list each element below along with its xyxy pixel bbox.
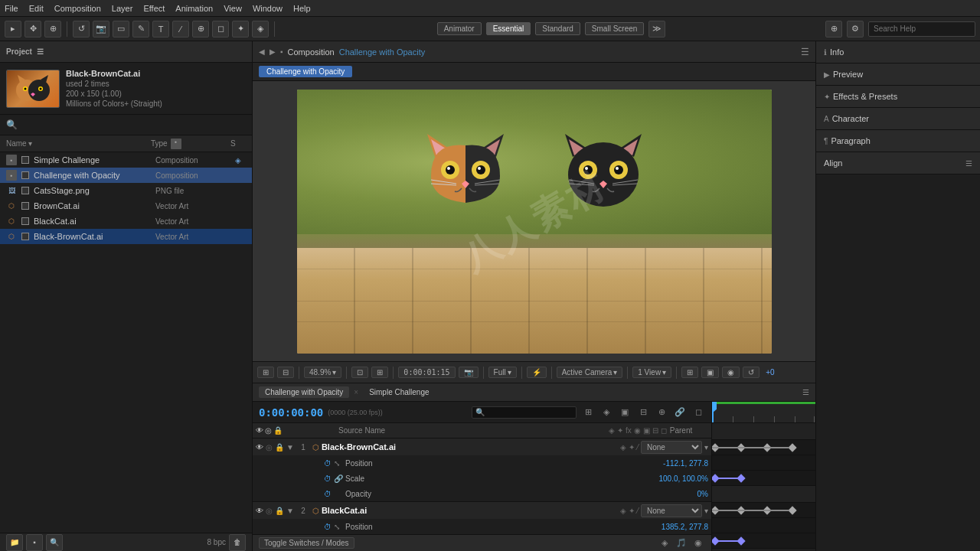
tl-l2-pos-value[interactable]: 1385.2, 277.8 xyxy=(662,523,708,531)
tl-col-icon-5[interactable]: ▣ xyxy=(643,426,650,435)
tl-vis-lock[interactable]: 🔒 xyxy=(273,426,283,435)
vc-safe-btn[interactable]: ⊞ xyxy=(371,367,388,378)
menu-help[interactable]: Help xyxy=(293,4,311,13)
vc-region-btn[interactable]: ⊞ xyxy=(257,367,274,378)
rp-tab-info[interactable]: ℹ Info xyxy=(816,41,980,63)
project-search-input[interactable] xyxy=(21,118,246,132)
tl-col-icon-3[interactable]: fx xyxy=(626,426,632,435)
tl-l1-opacity-stopwatch[interactable]: ⏱ xyxy=(324,490,332,498)
selection-tool[interactable]: ▸ xyxy=(5,21,21,37)
rp-tab-align[interactable]: Align ☰ xyxy=(816,152,980,174)
project-menu-icon[interactable]: ☰ xyxy=(37,47,44,56)
project-item-blackcat[interactable]: ⬡ BlackCat.ai Vector Art xyxy=(0,214,252,229)
tl-icon-4[interactable]: ⊟ xyxy=(636,406,650,419)
menu-effect[interactable]: Effect xyxy=(143,4,165,13)
tl-bottom-icon-3[interactable]: ◉ xyxy=(691,536,705,550)
tl-l1-lock[interactable]: 🔒 xyxy=(275,443,284,452)
project-item-blackbrown[interactable]: ⬡ Black-BrownCat.ai Vector Art xyxy=(0,229,252,244)
hand-tool[interactable]: ✥ xyxy=(24,21,41,37)
viewer-tab-active[interactable]: Challenge with Opacity xyxy=(259,66,352,77)
camera-tool[interactable]: 📷 xyxy=(93,21,109,37)
workspace-essential[interactable]: Essential xyxy=(486,22,531,35)
clone-tool[interactable]: ⊕ xyxy=(192,21,209,37)
vc-color-btn[interactable]: ◉ xyxy=(722,367,740,378)
rp-tab-preview[interactable]: ▶ Preview xyxy=(816,64,980,85)
nav-back-icon[interactable]: ◀ xyxy=(259,47,265,56)
tl-tab-simple-challenge[interactable]: Simple Challenge xyxy=(363,386,435,398)
project-item-catsstage[interactable]: 🖼 CatsStage.png PNG file xyxy=(0,183,252,198)
menu-edit[interactable]: Edit xyxy=(29,4,44,13)
tl-l2-icon-1[interactable]: ◈ xyxy=(620,507,626,515)
rp-tab-effects[interactable]: ✦ Effects & Presets xyxy=(816,86,980,107)
tl-layer-header-1[interactable]: 👁 ◎ 🔒 ▼ 1 ⬡ Black-BrownCat.ai ◈ xyxy=(253,439,711,455)
tl-l1-icon-2[interactable]: ✦ xyxy=(629,443,635,452)
tl-col-icon-6[interactable]: ⊟ xyxy=(652,426,658,435)
tl-l1-scale-link[interactable]: 🔗 xyxy=(334,474,343,483)
tl-icon-2[interactable]: ◈ xyxy=(599,406,613,419)
menu-layer[interactable]: Layer xyxy=(112,4,133,13)
tl-l1-parent[interactable]: None xyxy=(641,441,702,454)
workspace-standard[interactable]: Standard xyxy=(535,22,580,35)
menu-window[interactable]: Window xyxy=(253,4,283,13)
menu-file[interactable]: File xyxy=(5,4,18,13)
new-folder-btn[interactable]: 📁 xyxy=(6,534,23,551)
tl-tab-challenge-opacity[interactable]: Challenge with Opacity xyxy=(259,386,349,398)
tl-col-icon-7[interactable]: ◻ xyxy=(661,426,667,435)
vc-reset-btn[interactable]: ↺ xyxy=(743,367,760,378)
align-menu-icon[interactable]: ☰ xyxy=(965,159,972,168)
tl-l1-scale-value[interactable]: 100.0, 100.0% xyxy=(659,474,709,483)
rotate-tool[interactable]: ↺ xyxy=(73,21,90,37)
vc-fast-btn[interactable]: ⚡ xyxy=(527,367,547,378)
eraser-tool[interactable]: ◻ xyxy=(212,21,229,37)
pen-tool[interactable]: ✎ xyxy=(132,21,149,37)
tl-icon-7[interactable]: ◻ xyxy=(691,406,705,419)
vc-render-btn[interactable]: ⊞ xyxy=(681,367,698,378)
vc-fit-btn[interactable]: ⊡ xyxy=(351,367,368,378)
nav-forward-icon[interactable]: ▶ xyxy=(270,47,276,56)
vc-quality-dropdown[interactable]: Full ▾ xyxy=(488,367,517,378)
tl-l1-pos-value[interactable]: -112.1, 277.8 xyxy=(663,459,708,468)
tl-bottom-icon-2[interactable]: 🎵 xyxy=(675,536,688,550)
project-item-browncat[interactable]: ⬡ BrownCat.ai Vector Art xyxy=(0,198,252,214)
rp-tab-character[interactable]: A Character xyxy=(816,108,980,129)
tl-switches-modes-btn[interactable]: Toggle Switches / Modes xyxy=(259,537,354,549)
vc-time-btn[interactable]: 0:00:01:15 xyxy=(398,367,455,378)
tl-l2-pos-move[interactable]: ⤡ xyxy=(334,523,343,531)
tl-l1-icon-3[interactable]: ⁄ xyxy=(637,443,639,452)
tl-bottom-icon-1[interactable]: ◈ xyxy=(658,536,671,550)
tl-l1-solo[interactable]: ◎ xyxy=(266,443,273,452)
tl-l2-eye[interactable]: 👁 xyxy=(256,507,263,515)
text-tool[interactable]: T xyxy=(152,21,169,37)
workspace-small-screen[interactable]: Small Screen xyxy=(585,22,644,35)
search-help-input[interactable] xyxy=(868,21,975,37)
tl-icon-1[interactable]: ⊞ xyxy=(581,406,595,419)
workspace-animator[interactable]: Animator xyxy=(437,22,482,35)
vc-grid-btn[interactable]: ⊟ xyxy=(277,367,294,378)
vc-views-dropdown[interactable]: 1 View ▾ xyxy=(632,367,671,378)
shape-tool[interactable]: ◈ xyxy=(252,21,269,37)
tl-l1-pos-stopwatch[interactable]: ⏱ xyxy=(324,459,332,468)
tl-playhead[interactable] xyxy=(712,402,714,422)
tl-l2-lock[interactable]: 🔒 xyxy=(275,507,284,515)
tl-l1-expand[interactable]: ▼ xyxy=(286,443,294,452)
puppet-tool[interactable]: ✦ xyxy=(232,21,249,37)
tl-l1-eye[interactable]: 👁 xyxy=(256,443,263,452)
rp-tab-paragraph[interactable]: ¶ Paragraph xyxy=(816,130,980,152)
vc-export-btn[interactable]: ▣ xyxy=(701,367,719,378)
workspace-more[interactable]: ≫ xyxy=(648,21,665,37)
tl-vis-solo[interactable]: ◎ xyxy=(265,426,272,435)
tl-l2-parent[interactable]: None xyxy=(641,504,702,517)
tl-icon-5[interactable]: ⊕ xyxy=(655,406,668,419)
kf-l2-op-2[interactable] xyxy=(737,536,745,545)
vc-snapshot-btn[interactable]: 📷 xyxy=(459,367,479,378)
tl-l2-expand[interactable]: ▼ xyxy=(286,507,294,515)
tl-l1-opacity-value[interactable]: 0% xyxy=(697,490,708,498)
search-btn[interactable]: ⊕ xyxy=(825,21,842,37)
kf-l1-op-2[interactable] xyxy=(737,474,745,482)
tl-layer-header-2[interactable]: 👁 ◎ 🔒 ▼ 2 ⬡ BlackCat.ai ◈ ✦ xyxy=(253,502,711,519)
delete-btn[interactable]: 🗑 xyxy=(229,534,246,551)
tl-l1-pos-move[interactable]: ⤡ xyxy=(334,459,343,468)
tl-l1-icon-1[interactable]: ◈ xyxy=(620,443,626,452)
menu-composition[interactable]: Composition xyxy=(54,4,101,13)
tl-l2-icon-2[interactable]: ✦ xyxy=(629,507,635,515)
